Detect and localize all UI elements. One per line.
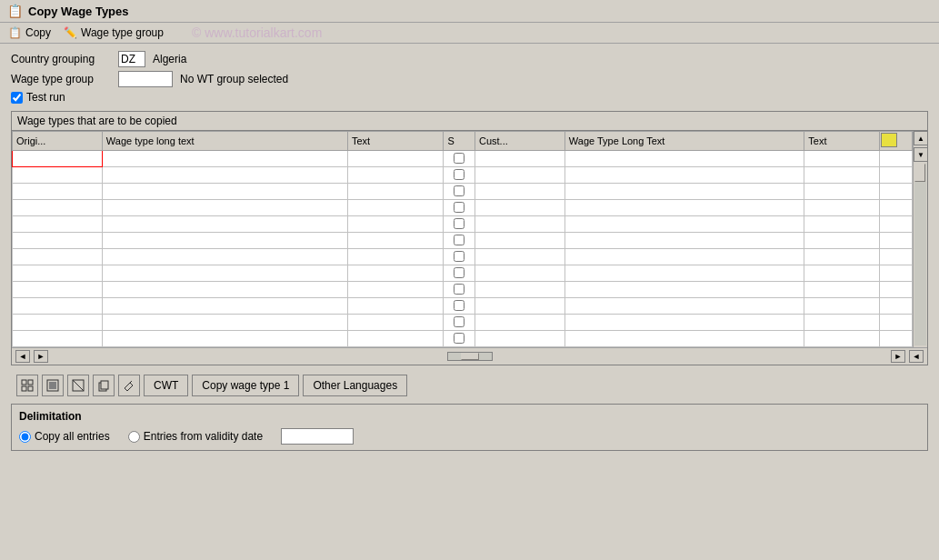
wage-type-group-toolbar-label: Wage type group xyxy=(81,26,164,39)
s-checkbox[interactable] xyxy=(454,300,465,311)
cell-longtext xyxy=(102,282,347,298)
copy-toolbar-item[interactable]: 📋 Copy xyxy=(5,25,54,40)
cell-custlong xyxy=(564,167,804,184)
cwt-button[interactable]: CWT xyxy=(144,375,188,396)
copy-icon xyxy=(97,379,110,392)
scroll-down-btn[interactable]: ▼ xyxy=(914,147,928,162)
toolbar-btn-3[interactable] xyxy=(67,375,89,396)
cell-text xyxy=(347,184,443,200)
cell-text xyxy=(347,331,443,347)
select-icon xyxy=(46,379,59,392)
entries-from-date-option[interactable]: Entries from validity date xyxy=(128,430,263,443)
wage-type-group-toolbar-item[interactable]: ✏️ Wage type group xyxy=(61,25,166,40)
cell-longtext xyxy=(102,249,347,265)
s-checkbox[interactable] xyxy=(454,251,465,262)
deselect-icon xyxy=(72,379,85,392)
wage-type-group-input[interactable] xyxy=(118,71,173,87)
cell-custtext xyxy=(804,151,879,167)
cell-text xyxy=(347,233,443,249)
svg-rect-2 xyxy=(22,386,26,391)
bottom-toolbar: CWT Copy wage type 1 Other Languages xyxy=(11,371,928,400)
table-row xyxy=(13,331,913,347)
toolbar-btn-1[interactable] xyxy=(16,375,38,396)
cell-origi xyxy=(13,331,103,347)
cell-cust xyxy=(474,331,564,347)
cell-custlong xyxy=(564,151,804,167)
cell-origi xyxy=(13,265,103,282)
scroll-thumb[interactable] xyxy=(914,164,925,182)
title-icon: 📋 xyxy=(7,4,23,18)
nav-left-btn[interactable]: ◄ xyxy=(15,350,30,363)
cell-s xyxy=(444,151,475,167)
entries-from-date-radio[interactable] xyxy=(128,431,140,443)
other-languages-button[interactable]: Other Languages xyxy=(303,375,407,396)
cell-s xyxy=(444,184,475,200)
cell-cust xyxy=(474,249,564,265)
cell-origi xyxy=(13,151,103,167)
cell-longtext xyxy=(102,167,347,184)
cell-icon xyxy=(879,265,912,282)
s-checkbox[interactable] xyxy=(454,169,465,180)
toolbar-btn-5[interactable] xyxy=(118,375,140,396)
cell-text xyxy=(347,298,443,315)
table-row xyxy=(13,184,913,200)
wage-type-group-row: Wage type group No WT group selected xyxy=(11,71,928,87)
country-grouping-row: Country grouping Algeria xyxy=(11,51,928,67)
s-checkbox[interactable] xyxy=(454,185,465,196)
toolbar-btn-4[interactable] xyxy=(93,375,115,396)
s-checkbox[interactable] xyxy=(454,235,465,245)
cell-longtext xyxy=(102,233,347,249)
country-grouping-input[interactable] xyxy=(118,51,145,67)
copy-all-option[interactable]: Copy all entries xyxy=(19,430,110,443)
nav-right-btn[interactable]: ► xyxy=(34,350,48,363)
longtext-cell-input[interactable] xyxy=(106,154,247,165)
s-checkbox[interactable] xyxy=(454,333,465,344)
test-run-checkbox[interactable] xyxy=(11,92,23,104)
nav-left-end-btn[interactable]: ◄ xyxy=(909,350,924,363)
cell-cust xyxy=(474,167,564,184)
scroll-up-btn[interactable]: ▲ xyxy=(914,131,928,145)
vertical-scrollbar: ▲ ▼ xyxy=(913,131,927,347)
cell-custtext xyxy=(804,315,879,331)
toolbar-btn-2[interactable] xyxy=(42,375,64,396)
grid-container: Origi... Wage type long text Text S Cust… xyxy=(12,131,927,347)
copy-all-radio[interactable] xyxy=(19,431,31,443)
copy-wage-type-button[interactable]: Copy wage type 1 xyxy=(192,375,299,396)
cell-icon xyxy=(879,315,912,331)
origi-cell-input[interactable] xyxy=(16,154,62,165)
text-cell-input[interactable] xyxy=(352,154,402,165)
cell-s xyxy=(444,265,475,282)
col-header-icon xyxy=(879,132,912,151)
cell-custtext xyxy=(804,298,879,315)
country-name: Algeria xyxy=(153,53,186,65)
cell-text xyxy=(347,151,443,167)
s-checkbox[interactable] xyxy=(454,267,465,278)
cust-cell-input[interactable] xyxy=(479,154,524,165)
table-row xyxy=(13,282,913,298)
col-header-cust: Cust... xyxy=(474,132,564,151)
cell-s xyxy=(444,315,475,331)
col-header-origi: Origi... xyxy=(13,132,103,151)
s-checkbox[interactable] xyxy=(454,153,465,164)
cell-custtext xyxy=(804,233,879,249)
cell-longtext xyxy=(102,331,347,347)
cell-longtext xyxy=(102,298,347,315)
cell-text xyxy=(347,265,443,282)
cell-s xyxy=(444,331,475,347)
cell-text xyxy=(347,282,443,298)
cell-custtext xyxy=(804,282,879,298)
entries-from-date-label: Entries from validity date xyxy=(144,430,263,443)
svg-rect-1 xyxy=(28,380,33,385)
nav-scroll-thumb[interactable] xyxy=(461,353,479,360)
validity-date-input[interactable] xyxy=(281,428,354,445)
s-checkbox[interactable] xyxy=(454,316,465,327)
s-checkbox[interactable] xyxy=(454,202,465,213)
cell-s xyxy=(444,249,475,265)
cell-icon xyxy=(879,233,912,249)
s-checkbox[interactable] xyxy=(454,218,465,229)
cell-custtext xyxy=(804,331,879,347)
s-checkbox[interactable] xyxy=(454,284,465,295)
cell-custtext xyxy=(804,167,879,184)
nav-right-end-btn[interactable]: ► xyxy=(891,350,905,363)
cell-s xyxy=(444,298,475,315)
